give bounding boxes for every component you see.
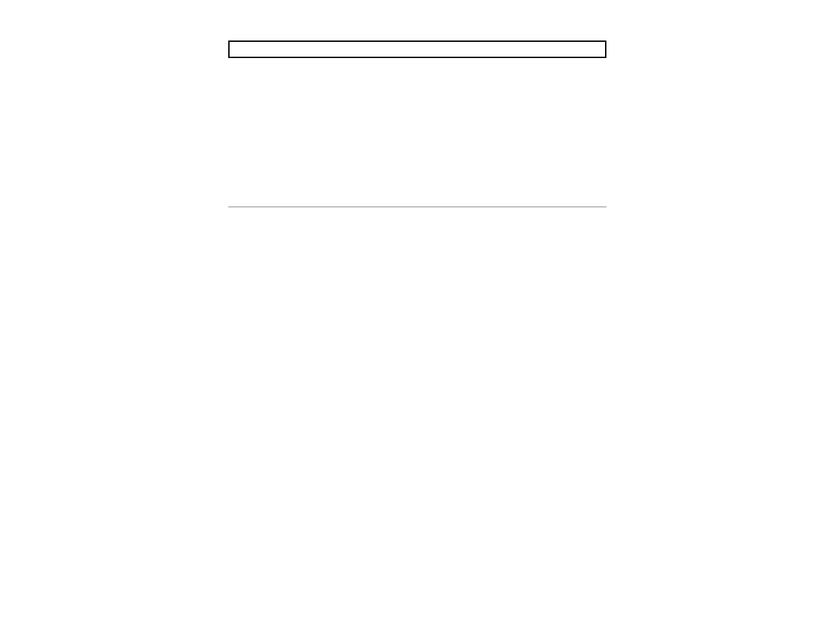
page-footer-rule <box>228 207 606 207</box>
page <box>228 41 606 58</box>
ladder-frame <box>228 41 606 58</box>
